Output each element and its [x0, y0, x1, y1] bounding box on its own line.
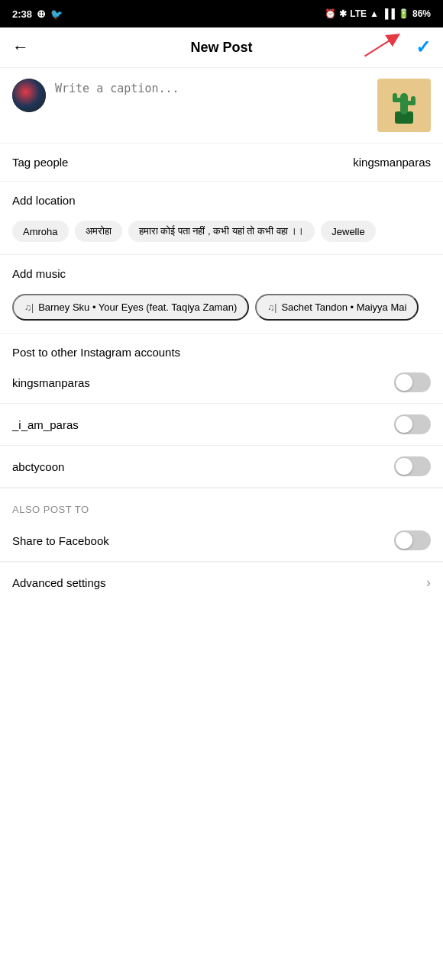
- share-facebook-label: Share to Facebook: [12, 534, 109, 547]
- tag-people-value: kingsmanparas: [353, 156, 431, 169]
- wifi-icon: ▲: [370, 8, 379, 19]
- account-toggle-i-am-paras: _i_am_paras: [0, 404, 443, 446]
- toggle-facebook[interactable]: [394, 530, 431, 550]
- share-button[interactable]: ✓: [416, 37, 431, 58]
- account-label-kingsmanparas: kingsmanparas: [12, 376, 90, 389]
- add-music-heading[interactable]: Add music: [0, 255, 443, 286]
- bluetooth-icon: ✱: [339, 8, 347, 19]
- alarm-icon: ⏰: [325, 8, 336, 19]
- tag-people-row[interactable]: Tag people kingsmanparas: [0, 143, 443, 182]
- advanced-settings-label: Advanced settings: [12, 576, 106, 589]
- battery-percent: 86%: [412, 8, 431, 19]
- twitter-icon: 🐦: [50, 8, 63, 20]
- music-chip-barney-label: Barney Sku • Your Eyes (feat. Taqiya Zam…: [38, 301, 237, 313]
- toggle-kingsmanparas[interactable]: [394, 372, 431, 392]
- account-toggle-abctycoon: abctycoon: [0, 446, 443, 488]
- header: ← New Post ✓: [0, 27, 443, 68]
- lte-icon: LTE: [350, 8, 367, 19]
- music-chip-barney[interactable]: ♫| Barney Sku • Your Eyes (feat. Taqiya …: [12, 294, 249, 321]
- music-chip-sachet[interactable]: ♫| Sachet Tandon • Maiyya Mai: [255, 294, 419, 321]
- status-right: ⏰ ✱ LTE ▲ ▐▐ 🔋 86%: [325, 8, 431, 19]
- post-to-other-heading-row: Post to other Instagram accounts: [0, 334, 443, 362]
- music-chip-sachet-label: Sachet Tandon • Maiyya Mai: [281, 301, 406, 313]
- status-bar: 2:38 ⊕ 🐦 ⏰ ✱ LTE ▲ ▐▐ 🔋 86%: [0, 0, 443, 27]
- status-left: 2:38 ⊕ 🐦: [12, 8, 63, 20]
- caption-area: [0, 68, 443, 143]
- toggle-knob-kingsmanparas: [396, 374, 412, 391]
- music-chips: ♫| Barney Sku • Your Eyes (feat. Taqiya …: [0, 286, 443, 334]
- location-chip-amroha[interactable]: Amroha: [12, 221, 69, 242]
- page-title: New Post: [190, 40, 252, 56]
- music-icon-2: ♫|: [267, 302, 276, 313]
- caption-input[interactable]: [55, 79, 368, 112]
- svg-line-0: [365, 37, 395, 56]
- account-toggle-kingsmanparas: kingsmanparas: [0, 362, 443, 404]
- location-chips: Amroha अमरोहा हमारा कोई पता नहीं , कभी य…: [0, 213, 443, 255]
- svg-rect-5: [393, 93, 397, 102]
- location-chip-long[interactable]: हमारा कोई पता नहीं , कभी यहां तो कभी वहा…: [128, 221, 315, 242]
- annotation-arrow: [359, 29, 405, 63]
- toggle-abctycoon[interactable]: [394, 456, 431, 476]
- whatsapp-icon: ⊕: [37, 8, 46, 20]
- account-label-i-am-paras: _i_am_paras: [12, 418, 79, 431]
- chevron-right-icon: ›: [426, 575, 431, 591]
- signal-icon: ▐▐: [382, 8, 395, 19]
- battery-icon: 🔋: [398, 8, 409, 19]
- avatar: [12, 79, 46, 112]
- location-chip-amroha-hi[interactable]: अमरोहा: [75, 221, 122, 242]
- toggle-knob-abctycoon: [396, 458, 412, 475]
- toggle-knob-facebook: [396, 532, 412, 549]
- post-thumbnail: [377, 79, 431, 132]
- also-post-to-heading: Also post to: [0, 488, 443, 520]
- add-location-heading[interactable]: Add location: [0, 182, 443, 213]
- account-label-abctycoon: abctycoon: [12, 460, 64, 473]
- svg-rect-7: [411, 96, 416, 105]
- back-button[interactable]: ←: [12, 37, 29, 57]
- post-to-other-heading: Post to other Instagram accounts: [12, 346, 180, 359]
- advanced-settings-row[interactable]: Advanced settings ›: [0, 562, 443, 603]
- facebook-toggle-row: Share to Facebook: [0, 520, 443, 562]
- music-icon-1: ♫|: [24, 302, 34, 313]
- status-time: 2:38: [12, 8, 32, 20]
- location-chip-jewelle[interactable]: Jewelle: [321, 221, 375, 242]
- toggle-knob-i-am-paras: [396, 416, 412, 433]
- tag-people-label: Tag people: [12, 156, 68, 169]
- toggle-i-am-paras[interactable]: [394, 414, 431, 434]
